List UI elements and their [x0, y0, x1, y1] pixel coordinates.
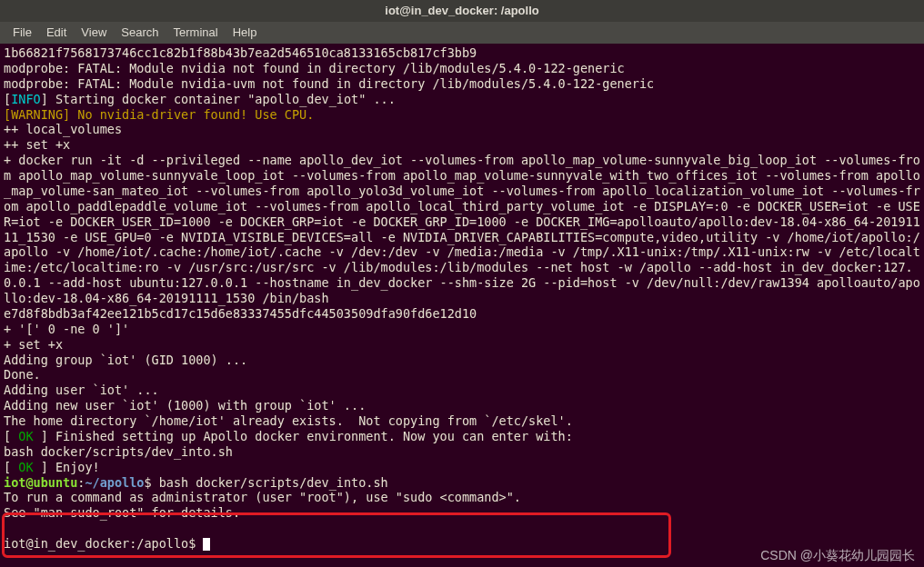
ok-bracket: [: [4, 429, 18, 443]
prompt-path: ~/apollo: [85, 475, 144, 490]
menu-file[interactable]: File: [5, 24, 39, 42]
info-bracket: [: [4, 92, 11, 106]
prompt-user: iot@ubuntu: [4, 475, 77, 490]
output-line: See "man sudo_root" for details.: [4, 505, 240, 520]
output-line: e7d8f8bdb3af42ee121b5cd17c15d6e83337455d…: [4, 306, 477, 321]
menu-help[interactable]: Help: [226, 24, 265, 42]
info-tag: INFO: [11, 92, 41, 106]
ok-tag: OK: [18, 429, 33, 443]
output-line: modprobe: FATAL: Module nvidia not found…: [4, 61, 625, 75]
output-line: + set +x: [4, 337, 63, 352]
menubar: File Edit View Search Terminal Help: [0, 22, 924, 44]
output-line: bash docker/scripts/dev_into.sh: [4, 444, 233, 459]
output-line: ++ local_volumes: [4, 122, 122, 136]
window-title: iot@in_dev_docker: /apollo: [385, 4, 538, 18]
info-bracket: ]: [41, 92, 48, 106]
output-line: Done.: [4, 367, 41, 382]
output-line: Enjoy!: [48, 460, 100, 474]
menu-view[interactable]: View: [74, 24, 114, 42]
ok-bracket: [: [4, 460, 18, 474]
output-line: Finished setting up Apollo docker enviro…: [48, 429, 573, 443]
output-line: + '[' 0 -ne 0 ']': [4, 322, 129, 336]
menu-search[interactable]: Search: [114, 24, 166, 42]
menu-terminal[interactable]: Terminal: [166, 24, 226, 42]
ok-bracket: ]: [34, 429, 48, 443]
output-line: Adding user `iot' ...: [4, 383, 159, 397]
output-line: Starting docker container "apollo_dev_io…: [48, 92, 396, 106]
docker-run-line: + docker run -it -d --privileged --name …: [4, 153, 920, 305]
prompt-dollar: $: [144, 475, 158, 490]
output-line: Adding new user `iot' (1000) with group …: [4, 398, 366, 413]
output-line: The home directory `/home/iot' already e…: [4, 413, 573, 428]
warning-line: [WARNING] No nvidia-driver found! Use CP…: [4, 107, 314, 122]
menu-edit[interactable]: Edit: [39, 24, 74, 42]
prompt-line: iot@in_dev_docker:/apollo$: [4, 536, 203, 551]
prompt-command: bash docker/scripts/dev_into.sh: [159, 475, 388, 490]
output-line: Adding group `iot' (GID 1000) ...: [4, 353, 247, 367]
ok-tag: OK: [18, 460, 33, 474]
terminal-output[interactable]: 1b66821f7568173746cc1c82b1f88b43b7ea2d54…: [0, 44, 924, 553]
output-line: 1b66821f7568173746cc1c82b1f88b43b7ea2d54…: [4, 45, 477, 60]
output-line: modprobe: FATAL: Module nvidia-uvm not f…: [4, 76, 654, 91]
cursor-block: [203, 538, 210, 551]
output-line: ++ set +x: [4, 137, 70, 152]
ok-bracket: ]: [34, 460, 48, 474]
output-line: To run a command as administrator (user …: [4, 490, 521, 504]
window-titlebar: iot@in_dev_docker: /apollo: [0, 0, 924, 22]
